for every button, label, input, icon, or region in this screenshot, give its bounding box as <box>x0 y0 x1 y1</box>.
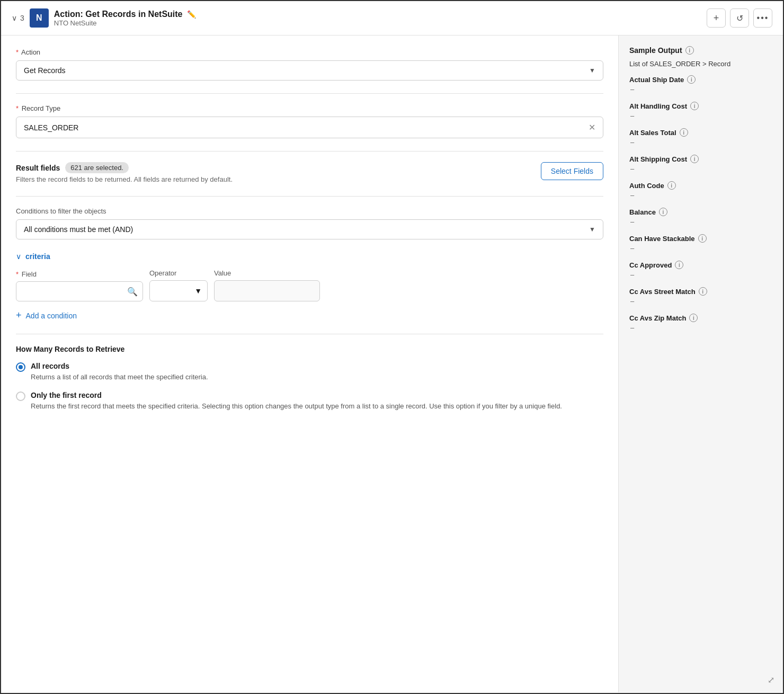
list-title: List of SALES_ORDER > Record <box>629 60 772 68</box>
search-icon: 🔍 <box>127 287 138 297</box>
step-number: 3 <box>20 14 24 22</box>
operator-select[interactable]: ▼ <box>149 280 208 301</box>
sample-item: Actual Ship Date i – <box>629 75 772 93</box>
sample-item: Alt Sales Total i – <box>629 128 772 146</box>
first-record-option[interactable]: Only the first record Returns the first … <box>16 391 603 412</box>
divider-3 <box>16 196 603 197</box>
action-value: Get Records <box>24 66 66 75</box>
sample-item-value: – <box>629 138 772 146</box>
records-section: How Many Records to Retrieve All records… <box>16 345 603 411</box>
criteria-chevron-icon: ∨ <box>16 252 21 261</box>
add-condition-label: Add a condition <box>26 312 77 320</box>
conditions-value: All conditions must be met (AND) <box>24 225 133 234</box>
sample-item-info-icon[interactable]: i <box>698 234 707 243</box>
record-type-value: SALES_ORDER <box>24 123 78 132</box>
field-group: * Field 🔍 <box>16 270 143 301</box>
record-type-section: * Record Type SALES_ORDER ✕ <box>16 104 603 138</box>
all-records-radio[interactable] <box>16 362 25 372</box>
record-type-label: * Record Type <box>16 104 603 112</box>
required-star: * <box>16 48 19 56</box>
criteria-header[interactable]: ∨ criteria <box>16 252 603 261</box>
left-panel: * Action Get Records ▼ * Record Type SAL… <box>1 35 619 692</box>
sample-item-value: – <box>629 271 772 279</box>
all-records-label: All records <box>31 362 208 370</box>
sample-item-info-icon[interactable]: i <box>699 287 707 296</box>
field-input[interactable] <box>16 281 143 301</box>
sample-item: Alt Shipping Cost i – <box>629 155 772 173</box>
more-button[interactable]: ••• <box>753 8 772 28</box>
conditions-select[interactable]: All conditions must be met (AND) ▼ <box>16 219 603 239</box>
sample-item-value: – <box>629 324 772 332</box>
operator-label: Operator <box>149 269 208 277</box>
refresh-button[interactable]: ↺ <box>730 8 749 28</box>
sample-item-name: Cc Avs Street Match i <box>629 287 772 296</box>
field-label: * Field <box>16 270 143 278</box>
result-fields-title: Result fields <box>16 164 60 172</box>
edit-icon[interactable]: ✏️ <box>187 10 196 19</box>
plus-icon: + <box>714 13 719 24</box>
operator-chevron-icon: ▼ <box>194 287 202 295</box>
refresh-icon: ↺ <box>736 13 743 23</box>
sample-item-name: Alt Handling Cost i <box>629 102 772 110</box>
sample-item: Cc Avs Zip Match i – <box>629 314 772 332</box>
criteria-section: ∨ criteria * Field 🔍 <box>16 252 603 321</box>
value-group: Value <box>214 269 320 301</box>
sample-item-name: Auth Code i <box>629 181 772 190</box>
divider-2 <box>16 151 603 152</box>
sample-item-info-icon[interactable]: i <box>690 102 699 110</box>
sample-item: Auth Code i – <box>629 181 772 199</box>
conditions-label: Conditions to filter the objects <box>16 207 603 215</box>
select-fields-button[interactable]: Select Fields <box>541 162 603 180</box>
all-records-option[interactable]: All records Returns a list of all record… <box>16 362 603 382</box>
result-fields-badge: 621 are selected. <box>65 162 129 173</box>
field-input-wrapper: 🔍 <box>16 281 143 301</box>
sample-item-info-icon[interactable]: i <box>659 208 667 216</box>
add-button[interactable]: + <box>707 8 726 28</box>
action-label: * Action <box>16 48 603 56</box>
expand-icon[interactable]: ⤢ <box>768 675 774 685</box>
sample-item-info-icon[interactable]: i <box>687 75 696 84</box>
records-section-title: How Many Records to Retrieve <box>16 345 603 353</box>
sample-item-name: Alt Sales Total i <box>629 128 772 137</box>
record-type-input[interactable]: SALES_ORDER ✕ <box>16 117 603 138</box>
sample-item-info-icon[interactable]: i <box>689 314 698 322</box>
header-title-text: Action: Get Records in NetSuite <box>54 10 183 19</box>
sample-item-info-icon[interactable]: i <box>675 261 683 269</box>
first-record-label: Only the first record <box>31 391 562 399</box>
sample-item-name: Cc Approved i <box>629 261 772 269</box>
info-icon[interactable]: i <box>685 46 694 55</box>
criteria-fields-row: * Field 🔍 Operator ▼ <box>16 269 603 301</box>
conditions-chevron-icon: ▼ <box>589 226 595 233</box>
sample-item-value: – <box>629 244 772 252</box>
sample-item-name: Cc Avs Zip Match i <box>629 314 772 322</box>
action-select[interactable]: Get Records ▼ <box>16 60 603 81</box>
conditions-section: Conditions to filter the objects All con… <box>16 207 603 239</box>
add-condition-button[interactable]: + Add a condition <box>16 310 77 321</box>
first-record-radio[interactable] <box>16 392 25 401</box>
right-panel: Sample Output i List of SALES_ORDER > Re… <box>619 35 783 692</box>
criteria-title: criteria <box>25 252 50 261</box>
sample-item: Can Have Stackable i – <box>629 234 772 252</box>
clear-icon[interactable]: ✕ <box>589 122 595 132</box>
plus-icon: + <box>16 310 22 321</box>
sample-item: Cc Approved i – <box>629 261 772 279</box>
sample-item-info-icon[interactable]: i <box>690 155 699 163</box>
value-input[interactable] <box>214 280 320 301</box>
sample-item-value: – <box>629 191 772 199</box>
all-records-desc: Returns a list of all records that meet … <box>31 372 208 382</box>
divider-1 <box>16 93 603 94</box>
sample-item-name: Can Have Stackable i <box>629 234 772 243</box>
operator-group: Operator ▼ <box>149 269 208 301</box>
sample-item-value: – <box>629 112 772 120</box>
sample-item-info-icon[interactable]: i <box>680 128 688 137</box>
chevron-down-icon: ▼ <box>589 67 595 74</box>
sample-item-info-icon[interactable]: i <box>667 181 676 190</box>
step-chevron[interactable]: ∨ 3 <box>12 14 24 22</box>
netsuite-logo: N <box>30 8 49 28</box>
sample-output-label: Sample Output <box>629 46 682 55</box>
more-icon: ••• <box>757 13 769 23</box>
sample-item: Balance i – <box>629 208 772 226</box>
sample-item-value: – <box>629 85 772 93</box>
action-section: * Action Get Records ▼ <box>16 48 603 81</box>
divider-4 <box>16 334 603 334</box>
